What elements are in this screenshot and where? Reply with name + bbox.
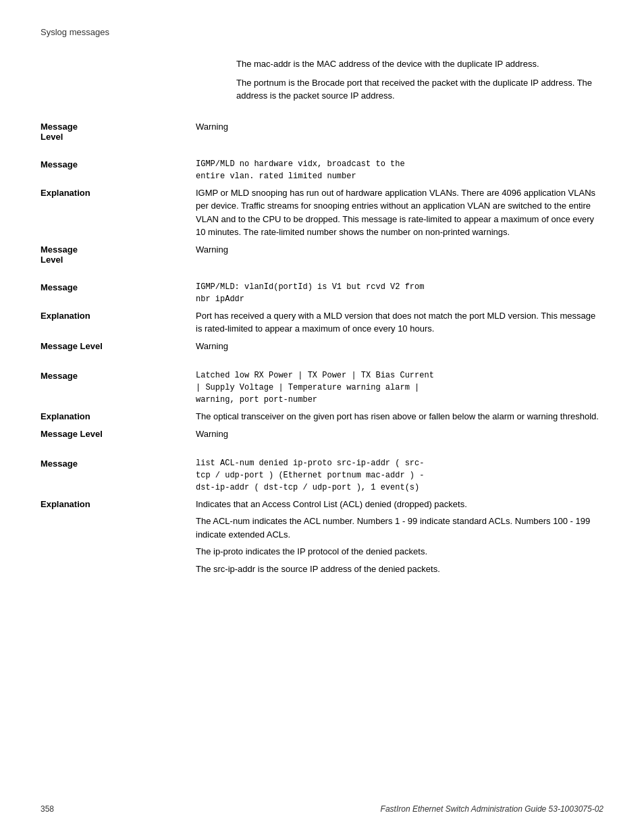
label-explanation-5: Explanation	[41, 498, 196, 576]
label-message-level-2: MessageLevel	[41, 243, 196, 265]
footer-doc-number-val: 53-1003075-02	[549, 804, 603, 814]
row-message-level-2: MessageLevel Warning	[41, 243, 603, 265]
value-message-5: list ACL-num denied ip-proto src-ip-addr…	[196, 457, 603, 494]
row-message-2: Message IGMP/MLD no hardware vidx, broad…	[41, 158, 603, 182]
row-message-level-4: Message Level Warning	[41, 427, 603, 441]
header-title: Syslog messages	[41, 27, 109, 37]
value-explanation-4: The optical transceiver on the given por…	[196, 410, 603, 423]
divider2	[41, 271, 603, 281]
explanation-5-p4: The src-ip-addr is the source IP address…	[196, 563, 603, 576]
row-message-5: Message list ACL-num denied ip-proto src…	[41, 457, 603, 494]
divider4	[41, 448, 603, 457]
value-message-4: Latched low RX Power | TX Power | TX Bia…	[196, 369, 603, 406]
label-message-level-4: Message Level	[41, 427, 196, 441]
value-message-3: IGMP/MLD: vlanId(portId) is V1 but rcvd …	[196, 281, 603, 305]
label-explanation-4: Explanation	[41, 410, 196, 423]
content-area: The mac-addr is the MAC address of the d…	[41, 57, 603, 582]
label-message-3: Message	[41, 281, 196, 305]
divider1	[41, 149, 603, 158]
value-message-level-1: Warning	[196, 120, 603, 142]
value-message-level-4: Warning	[196, 427, 603, 441]
row-message-level-3: Message Level Warning	[41, 340, 603, 353]
footer-page-number: 358	[41, 804, 54, 814]
page-header: Syslog messages	[41, 27, 603, 37]
label-explanation-3: Explanation	[41, 309, 196, 336]
intro-line2: The portnum is the Brocade port that rec…	[236, 76, 603, 103]
explanation-5-p2: The ACL-num indicates the ACL number. Nu…	[196, 515, 603, 541]
row-message-3: Message IGMP/MLD: vlanId(portId) is V1 b…	[41, 281, 603, 305]
row-explanation-2: Explanation IGMP or MLD snooping has run…	[41, 186, 603, 239]
row-message-4: Message Latched low RX Power | TX Power …	[41, 369, 603, 406]
explanation-5-p3: The ip-proto indicates the IP protocol o…	[196, 545, 603, 558]
section1: MessageLevel Warning	[41, 120, 603, 146]
value-explanation-5: Indicates that an Access Control List (A…	[196, 498, 603, 576]
section3: Message IGMP/MLD: vlanId(portId) is V1 b…	[41, 281, 603, 357]
page: Syslog messages The mac-addr is the MAC …	[0, 0, 644, 834]
label-message-5: Message	[41, 457, 196, 494]
label-message-level-1: MessageLevel	[41, 120, 196, 142]
label-message-2: Message	[41, 158, 196, 182]
label-explanation-2: Explanation	[41, 186, 196, 239]
section4: Message Latched low RX Power | TX Power …	[41, 369, 603, 445]
value-message-level-3: Warning	[196, 340, 603, 353]
value-message-level-2: Warning	[196, 243, 603, 265]
explanation-5-p1: Indicates that an Access Control List (A…	[196, 498, 603, 511]
label-message-level-3: Message Level	[41, 340, 196, 353]
page-footer: 358 FastIron Ethernet Switch Administrat…	[41, 804, 603, 814]
footer-doc-info: FastIron Ethernet Switch Administration …	[381, 804, 603, 814]
row-explanation-3: Explanation Port has received a query wi…	[41, 309, 603, 336]
value-message-2: IGMP/MLD no hardware vidx, broadcast to …	[196, 158, 603, 182]
intro-block: The mac-addr is the MAC address of the d…	[236, 57, 603, 108]
label-message-4: Message	[41, 369, 196, 406]
row-explanation-5: Explanation Indicates that an Access Con…	[41, 498, 603, 576]
value-explanation-3: Port has received a query with a MLD ver…	[196, 309, 603, 336]
value-explanation-2: IGMP or MLD snooping has run out of hard…	[196, 186, 603, 239]
divider3	[41, 360, 603, 369]
section2: Message IGMP/MLD no hardware vidx, broad…	[41, 158, 603, 269]
footer-doc-title: FastIron Ethernet Switch Administration …	[381, 804, 547, 814]
row-explanation-4: Explanation The optical transceiver on t…	[41, 410, 603, 423]
intro-line1: The mac-addr is the MAC address of the d…	[236, 57, 603, 71]
row-message-level-1: MessageLevel Warning	[41, 120, 603, 142]
section5: Message list ACL-num denied ip-proto src…	[41, 457, 603, 580]
